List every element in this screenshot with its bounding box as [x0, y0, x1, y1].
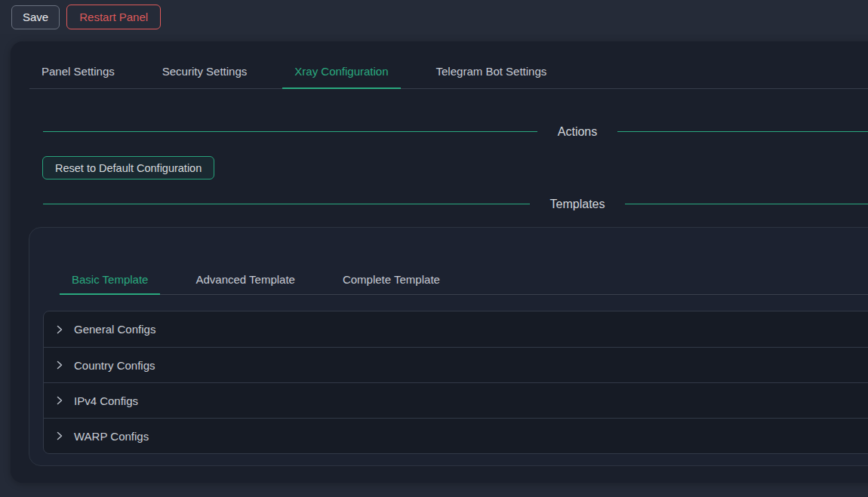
tab-complete-template[interactable]: Complete Template — [331, 261, 452, 294]
actions-divider-label: Actions — [537, 124, 617, 139]
template-tab-bar: Basic Template Advanced Template Complet… — [60, 228, 868, 295]
chevron-right-icon — [54, 431, 65, 441]
tab-advanced-template[interactable]: Advanced Template — [183, 261, 306, 294]
templates-divider: Templates — [43, 197, 868, 211]
collapse-item-label: Country Configs — [74, 359, 155, 372]
chevron-right-icon — [54, 360, 65, 370]
collapse-item-label: IPv4 Configs — [74, 394, 138, 407]
settings-card: Panel Settings Security Settings Xray Co… — [11, 41, 868, 483]
actions-divider: Actions — [43, 124, 868, 139]
collapse-item-country-configs[interactable]: Country Configs — [44, 347, 868, 382]
chevron-right-icon — [54, 395, 65, 406]
tab-telegram-bot-settings[interactable]: Telegram Bot Settings — [424, 57, 559, 88]
collapse-item-label: General Configs — [74, 323, 155, 336]
tab-security-settings[interactable]: Security Settings — [150, 57, 260, 88]
chevron-right-icon — [54, 324, 65, 335]
save-button[interactable]: Save — [11, 5, 60, 29]
tab-xray-configuration[interactable]: Xray Configuration — [282, 57, 400, 88]
collapse-item-general-configs[interactable]: General Configs — [44, 311, 868, 347]
tab-panel-settings[interactable]: Panel Settings — [29, 57, 127, 88]
collapse-item-warp-configs[interactable]: WARP Configs — [44, 418, 868, 453]
templates-divider-label: Templates — [530, 197, 626, 211]
collapse-item-ipv4-configs[interactable]: IPv4 Configs — [44, 382, 868, 418]
collapse-item-label: WARP Configs — [74, 430, 149, 443]
reset-to-default-configuration-button[interactable]: Reset to Default Configuration — [42, 156, 214, 179]
restart-panel-button[interactable]: Restart Panel — [66, 5, 161, 29]
template-config-collapse-list: General Configs Country Configs IPv4 Con… — [43, 311, 868, 454]
tab-basic-template[interactable]: Basic Template — [60, 261, 160, 294]
settings-tab-bar: Panel Settings Security Settings Xray Co… — [29, 41, 868, 89]
templates-card: Basic Template Advanced Template Complet… — [29, 227, 868, 466]
top-toolbar: Save Restart Panel — [0, 0, 868, 34]
